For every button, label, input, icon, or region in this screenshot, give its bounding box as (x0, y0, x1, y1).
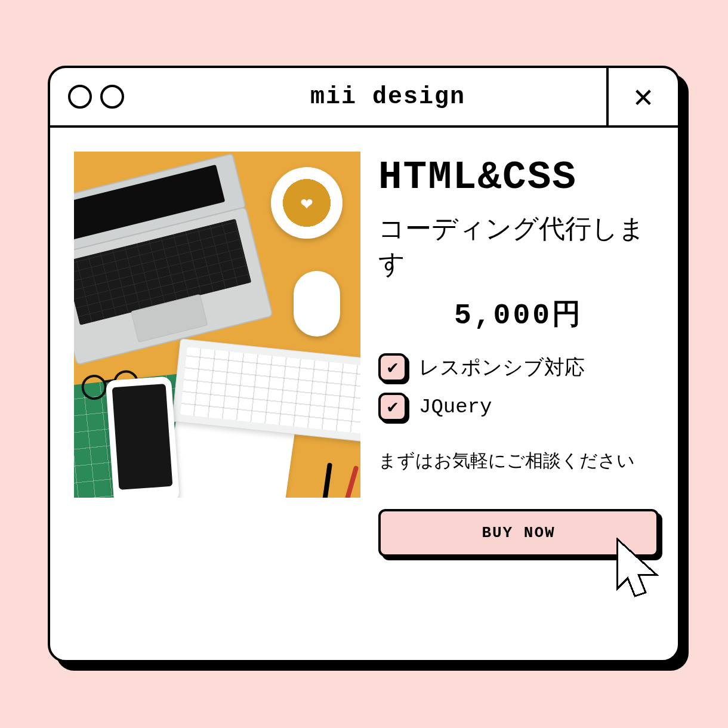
feature-list: ✔ レスポンシブ対応 ✔ JQuery (378, 353, 659, 421)
feature-item: ✔ レスポンシブ対応 (378, 353, 659, 382)
phone-icon (106, 376, 180, 498)
coffee-cup-icon (271, 167, 343, 239)
laptop-icon (74, 153, 267, 341)
price: 5,000円 (378, 295, 659, 333)
window-dot-icon (100, 85, 124, 109)
mouse-icon (294, 271, 340, 337)
titlebar: mii design ✕ (50, 68, 678, 128)
window-title: mii design (169, 84, 606, 110)
heading: HTML&CSS (378, 155, 659, 200)
window-dot-icon (68, 85, 92, 109)
feature-label: JQuery (419, 396, 492, 418)
note: まずはお気軽にご相談ください (378, 449, 659, 473)
subtitle: コーディング代行します (378, 211, 659, 282)
window-dots (50, 85, 169, 109)
feature-item: ✔ JQuery (378, 393, 659, 421)
close-icon: ✕ (634, 77, 653, 116)
desk-illustration (74, 152, 360, 498)
content: HTML&CSS コーディング代行します 5,000円 ✔ レスポンシブ対応 ✔… (50, 128, 678, 557)
checkbox-icon: ✔ (378, 353, 407, 382)
cursor-icon (609, 535, 668, 607)
close-button[interactable]: ✕ (606, 68, 678, 125)
feature-label: レスポンシブ対応 (419, 354, 585, 381)
info-panel: HTML&CSS コーディング代行します 5,000円 ✔ レスポンシブ対応 ✔… (378, 152, 659, 557)
dialog-window: mii design ✕ (48, 66, 680, 662)
checkbox-icon: ✔ (378, 393, 407, 421)
buy-wrap: BUY NOW (378, 509, 659, 557)
buy-label: BUY NOW (482, 524, 555, 542)
